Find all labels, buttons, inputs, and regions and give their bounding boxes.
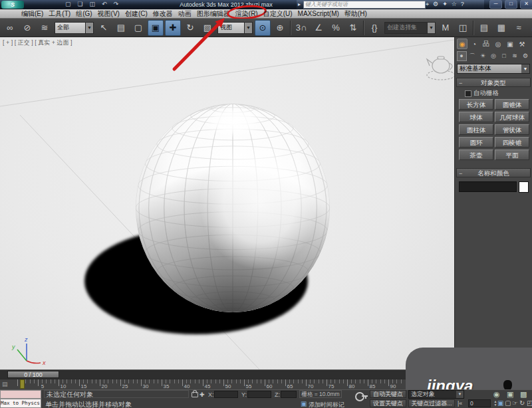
use-pivot-center[interactable]: ⊙ xyxy=(255,20,271,36)
create-button-5[interactable]: 圆柱体 xyxy=(459,124,493,135)
set-keys-key-icon[interactable] xyxy=(355,392,364,401)
menu-item-animation[interactable]: 动画 xyxy=(176,9,194,18)
name-color-rollout-header[interactable]: − 名称和颜色 xyxy=(456,168,531,177)
subtab-geometry[interactable]: ● xyxy=(457,51,467,61)
selection-filter-dropdown[interactable]: 全部▼ xyxy=(55,22,94,34)
bind-to-space-warp[interactable]: ≋ xyxy=(37,20,53,36)
autogrid-checkbox[interactable] xyxy=(465,90,471,97)
time-slider-handle[interactable]: 0 / 100 xyxy=(7,371,59,378)
layer-manager[interactable]: ▤ xyxy=(476,20,492,36)
create-button-1[interactable]: 长方体 xyxy=(459,99,493,110)
chevron-down-icon[interactable]: ▼ xyxy=(85,23,93,33)
tab-create[interactable]: ◉ xyxy=(457,39,467,49)
current-frame-field[interactable]: 0 xyxy=(468,399,491,407)
maxscript-listener[interactable]: Max to Physcs ( xyxy=(0,399,41,408)
subtab-lights[interactable]: ☀ xyxy=(478,51,488,61)
transform-typein-icon[interactable]: ✚ xyxy=(200,391,205,398)
selection-filter-dropdown[interactable]: 选定对象 ▼ xyxy=(408,390,464,399)
graphite-ribbon-toggle[interactable]: ▦ xyxy=(493,20,509,36)
z-field[interactable] xyxy=(281,391,297,398)
mirror[interactable]: M xyxy=(438,20,454,36)
tab-motion[interactable]: ◎ xyxy=(493,39,503,49)
undo-icon[interactable]: ↶ xyxy=(102,0,107,8)
menu-item-edit[interactable]: 编辑(E) xyxy=(19,9,46,18)
macro-recorder-pane[interactable] xyxy=(0,390,41,399)
subtab-systems[interactable]: ⚙ xyxy=(521,51,531,61)
maximize-viewport-icon[interactable]: ◰ xyxy=(527,399,532,407)
create-button-2[interactable]: 圆锥体 xyxy=(495,99,529,110)
select-and-manipulate[interactable]: ⊕ xyxy=(272,20,288,36)
menu-item-help[interactable]: 帮助(H) xyxy=(342,9,370,18)
set-key-button[interactable]: 设置关键点 xyxy=(370,399,406,407)
rect-selection-region[interactable]: ▢ xyxy=(130,20,146,36)
edit-named-selection-sets[interactable]: {} xyxy=(366,20,382,36)
wrench-icon[interactable]: ⚙ xyxy=(433,0,438,8)
menu-item-graph-editors[interactable]: 图形编辑器 xyxy=(194,9,233,18)
object-type-rollout-header[interactable]: − 对象类型 xyxy=(456,78,531,87)
chevron-down-icon[interactable]: ▼ xyxy=(521,64,529,73)
menu-item-maxscript[interactable]: MAXScript(M) xyxy=(295,9,342,18)
zoom-region-icon[interactable]: ▢ xyxy=(505,399,511,407)
select-and-link[interactable]: ∞ xyxy=(2,20,18,36)
create-button-8[interactable]: 四棱锥 xyxy=(495,137,529,148)
window-crossing-toggle[interactable]: ▣ xyxy=(148,20,164,36)
search-toggle-icon[interactable]: ▸ xyxy=(298,1,301,7)
named-selection-sets-dropdown[interactable]: 创建选择集▼ xyxy=(384,22,436,34)
tab-modify[interactable]: ◔ xyxy=(469,39,479,49)
open-file-icon[interactable]: ❏ xyxy=(78,0,83,8)
selection-lock-icon[interactable] xyxy=(192,392,198,397)
redo-icon[interactable]: ↷ xyxy=(114,0,119,8)
search-input[interactable]: 键入关键字或短语 xyxy=(303,1,426,9)
new-file-icon[interactable]: ▢ xyxy=(65,0,71,8)
key-filters-button[interactable]: 关键点过滤器... xyxy=(408,399,455,407)
help-icon[interactable]: ? xyxy=(461,0,464,8)
subtab-cameras[interactable]: ◎ xyxy=(489,51,499,61)
key-mode-toggle-icon[interactable]: ▣ xyxy=(497,399,503,407)
zoom-icon[interactable]: ◉ xyxy=(493,390,500,399)
subtab-helpers[interactable]: □ xyxy=(499,51,509,61)
orbit-icon[interactable]: ↻ xyxy=(519,399,525,407)
pan-hand-icon[interactable]: ☞ xyxy=(512,399,518,407)
curve-editor[interactable]: ≈ xyxy=(511,20,527,36)
select-object[interactable]: ↖ xyxy=(96,20,112,36)
auto-key-button[interactable]: 自动关键点 xyxy=(370,390,406,398)
create-button-7[interactable]: 圆环 xyxy=(459,137,493,148)
y-field[interactable] xyxy=(247,391,271,398)
percent-snap-toggle[interactable]: % xyxy=(328,20,344,36)
schematic-view[interactable]: 品 xyxy=(528,20,532,36)
chevron-down-icon[interactable]: ▼ xyxy=(456,391,464,398)
menu-item-create[interactable]: 创建(C) xyxy=(122,9,150,18)
unlink-selection[interactable]: ⊘ xyxy=(19,20,35,36)
viewport[interactable]: [ + ] [ 正交 ] [ 真实 + 边面 ] xyxy=(0,37,454,369)
mini-curve-editor-icon[interactable]: ▤ xyxy=(2,381,8,387)
menu-item-rendering[interactable]: 渲染(R) xyxy=(233,9,261,18)
menu-item-views[interactable]: 视图(V) xyxy=(95,9,122,18)
goto-start-button[interactable]: |« xyxy=(458,400,462,407)
search-icon[interactable]: ⌖ xyxy=(426,0,429,8)
angle-snap-toggle[interactable]: ∠ xyxy=(311,20,327,36)
menu-item-group[interactable]: 组(G) xyxy=(73,9,94,18)
x-field[interactable] xyxy=(214,391,238,398)
zoom-all-icon[interactable]: ▩ xyxy=(520,390,527,399)
subtab-space-warps[interactable]: ≋ xyxy=(510,51,520,61)
select-by-name[interactable]: ▤ xyxy=(113,20,129,36)
snap-toggle-3d[interactable]: 3∩ xyxy=(293,20,309,36)
create-button-3[interactable]: 球体 xyxy=(459,112,493,122)
tab-hierarchy[interactable]: 品 xyxy=(481,39,491,49)
tab-utilities[interactable]: ⚒ xyxy=(517,39,527,49)
chevron-down-icon[interactable]: ▼ xyxy=(244,23,252,33)
select-and-move[interactable]: ✚ xyxy=(165,20,181,36)
favorites-star-icon[interactable]: ☆ xyxy=(452,0,457,8)
object-color-swatch[interactable] xyxy=(519,181,529,193)
select-and-rotate[interactable]: ↻ xyxy=(182,20,198,36)
tab-display[interactable]: ▣ xyxy=(505,39,515,49)
align[interactable]: ◫ xyxy=(455,20,471,36)
spinner-snap-toggle[interactable]: ⇅ xyxy=(345,20,361,36)
app-logo-icon[interactable]: S xyxy=(1,1,24,9)
category-dropdown[interactable]: 标准基本体 ▼ xyxy=(457,64,530,74)
maximize-button[interactable]: □ xyxy=(505,0,517,9)
reference-coordinate-dropdown[interactable]: 视图▼ xyxy=(217,22,253,34)
subtab-shapes[interactable]: ⌒ xyxy=(467,51,477,61)
create-button-4[interactable]: 几何球体 xyxy=(495,112,529,122)
create-button-6[interactable]: 管状体 xyxy=(495,124,529,135)
